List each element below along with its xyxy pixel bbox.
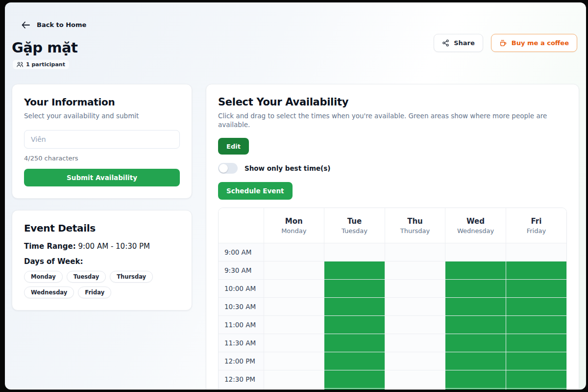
share-label: Share <box>454 39 475 47</box>
slot-cell-mon-1100am[interactable] <box>264 315 324 334</box>
slot-cell-fri-1200pm[interactable] <box>506 352 566 370</box>
toggle-knob <box>219 164 228 173</box>
slot-cell-mon-1000am[interactable] <box>264 279 324 297</box>
slot-cell-mon-1030am[interactable] <box>264 297 324 315</box>
slot-cell-wed-1200pm[interactable] <box>445 352 506 370</box>
participants-count: 1 participant <box>26 61 65 68</box>
day-chip: Thursday <box>110 271 153 283</box>
left-column: Your Information Select your availabilit… <box>12 84 192 311</box>
submit-availability-button[interactable]: Submit Availability <box>24 169 180 186</box>
slot-cell-fri-1030am[interactable] <box>506 297 566 315</box>
slot-cell-thu-1230pm[interactable] <box>385 370 445 388</box>
slot-cell-wed-900am[interactable] <box>445 243 506 261</box>
share-button[interactable]: Share <box>434 34 483 52</box>
slot-cell-tue-900am[interactable] <box>324 243 385 261</box>
slot-cell-fri-1230pm[interactable] <box>506 370 566 388</box>
slot-cell-mon-1200pm[interactable] <box>264 352 324 370</box>
day-chip: Tuesday <box>67 271 106 283</box>
slot-cell-wed-1130am[interactable] <box>445 334 506 352</box>
slot-cell-wed-1030am[interactable] <box>445 297 506 315</box>
slot-cell-mon-100pm[interactable] <box>264 388 324 390</box>
day-header-thu: ThuThursday <box>385 208 445 243</box>
time-label: 9:30 AM <box>219 261 264 279</box>
header-actions: Share Buy me a coffee <box>434 34 577 52</box>
slot-cell-wed-1230pm[interactable] <box>445 370 506 388</box>
slot-cell-thu-1130am[interactable] <box>385 334 445 352</box>
slot-cell-mon-1130am[interactable] <box>264 334 324 352</box>
people-icon <box>17 62 23 67</box>
day-chip: Wednesday <box>24 287 74 298</box>
slot-cell-fri-1000am[interactable] <box>506 279 566 297</box>
best-times-toggle-label: Show only best time(s) <box>245 164 330 172</box>
slot-cell-tue-1030am[interactable] <box>324 297 385 315</box>
main-content: Your Information Select your availabilit… <box>5 84 586 390</box>
slot-cell-thu-1100am[interactable] <box>385 315 445 334</box>
slot-cell-tue-100pm[interactable] <box>324 388 385 390</box>
slot-cell-thu-1200pm[interactable] <box>385 352 445 370</box>
slot-cell-fri-1100am[interactable] <box>506 315 566 334</box>
slot-cell-fri-900am[interactable] <box>506 243 566 261</box>
slot-cell-thu-900am[interactable] <box>385 243 445 261</box>
slot-cell-tue-1130am[interactable] <box>324 334 385 352</box>
time-label: 9:00 AM <box>219 243 264 261</box>
back-button[interactable]: Back to Home <box>22 21 86 28</box>
slot-cell-wed-1100am[interactable] <box>445 315 506 334</box>
time-range-value: 9:00 AM - 10:30 PM <box>78 242 150 251</box>
grid-row: 10:00 AM <box>219 279 566 297</box>
grid-row: 1:00 PM <box>219 388 566 390</box>
time-label: 12:30 PM <box>219 370 264 388</box>
slot-cell-tue-1230pm[interactable] <box>324 370 385 388</box>
your-information-card: Your Information Select your availabilit… <box>12 84 192 199</box>
slot-cell-thu-100pm[interactable] <box>385 388 445 390</box>
days-of-week-label: Days of Week: <box>24 257 180 266</box>
slot-cell-fri-1130am[interactable] <box>506 334 566 352</box>
edit-button[interactable]: Edit <box>218 138 249 155</box>
slot-cell-fri-930am[interactable] <box>506 261 566 279</box>
your-information-title: Your Information <box>24 96 180 108</box>
grid-corner-cell <box>219 208 264 243</box>
grid-row: 9:30 AM <box>219 261 566 279</box>
slot-cell-mon-1230pm[interactable] <box>264 370 324 388</box>
buy-coffee-button[interactable]: Buy me a coffee <box>491 34 577 52</box>
slot-cell-thu-930am[interactable] <box>385 261 445 279</box>
grid-row: 9:00 AM <box>219 243 566 261</box>
day-header-wed: WedWednesday <box>445 208 506 243</box>
slot-cell-tue-1000am[interactable] <box>324 279 385 297</box>
page-header: Back to Home Gặp mặt 1 participant Share <box>5 2 586 69</box>
slot-cell-tue-1100am[interactable] <box>324 315 385 334</box>
back-arrow-icon <box>22 22 30 28</box>
time-label: 1:00 PM <box>219 388 264 390</box>
coffee-icon <box>499 39 507 47</box>
slot-cell-fri-100pm[interactable] <box>506 388 566 390</box>
slot-cell-tue-930am[interactable] <box>324 261 385 279</box>
char-counter: 4/250 characters <box>24 155 180 162</box>
slot-cell-wed-1000am[interactable] <box>445 279 506 297</box>
time-label: 12:00 PM <box>219 352 264 370</box>
slot-cell-tue-1200pm[interactable] <box>324 352 385 370</box>
schedule-event-button[interactable]: Schedule Event <box>218 182 293 200</box>
best-times-toggle[interactable] <box>218 163 238 174</box>
slot-cell-thu-1000am[interactable] <box>385 279 445 297</box>
day-header-mon: MonMonday <box>264 208 324 243</box>
event-details-title: Event Details <box>24 222 180 234</box>
slot-cell-thu-1030am[interactable] <box>385 297 445 315</box>
back-label: Back to Home <box>37 21 86 28</box>
event-details-card: Event Details Time Range: 9:00 AM - 10:3… <box>12 210 192 311</box>
time-label: 10:30 AM <box>219 297 264 315</box>
availability-description: Click and drag to select the times when … <box>218 111 567 129</box>
availability-table: MonMondayTueTuesdayThuThursdayWedWednesd… <box>219 208 566 390</box>
buy-coffee-label: Buy me a coffee <box>512 39 569 47</box>
share-icon <box>442 39 449 47</box>
grid-row: 11:30 AM <box>219 334 566 352</box>
slot-cell-wed-100pm[interactable] <box>445 388 506 390</box>
day-header-tue: TueTuesday <box>324 208 385 243</box>
grid-row: 11:00 AM <box>219 315 566 334</box>
day-chip: Monday <box>24 271 63 283</box>
days-of-week-chips: MondayTuesdayThursdayWednesdayFriday <box>24 271 180 298</box>
app-window: Back to Home Gặp mặt 1 participant Share <box>5 2 586 390</box>
slot-cell-wed-930am[interactable] <box>445 261 506 279</box>
name-input[interactable] <box>24 130 180 149</box>
slot-cell-mon-900am[interactable] <box>264 243 324 261</box>
time-label: 10:00 AM <box>219 279 264 297</box>
slot-cell-mon-930am[interactable] <box>264 261 324 279</box>
